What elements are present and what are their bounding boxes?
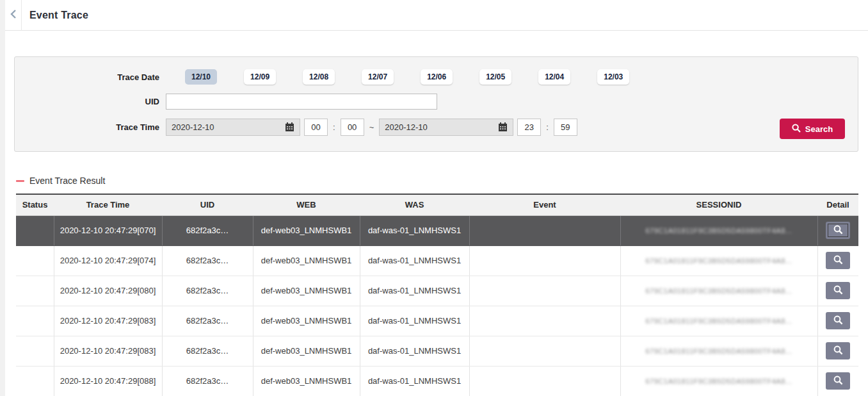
detail-button[interactable] bbox=[826, 252, 850, 269]
cell-was: daf-was-01_LNMHSWS1 bbox=[360, 245, 469, 276]
cell-was: daf-was-01_LNMHSWS1 bbox=[360, 366, 469, 396]
search-button-label: Search bbox=[805, 124, 833, 134]
detail-button[interactable] bbox=[826, 372, 850, 390]
end-date-picker[interactable]: 2020-12-10 bbox=[379, 119, 513, 136]
cell-event bbox=[469, 276, 620, 306]
sessionid-blurred-text: 679C1A01811F9C3B5D5DA59800TF4A8... bbox=[646, 287, 792, 295]
magnifier-icon bbox=[833, 345, 843, 357]
cell-status bbox=[16, 306, 54, 336]
search-button[interactable]: Search bbox=[780, 119, 845, 139]
table-row[interactable]: 2020-12-10 20:47:29[074] 682f2a3c… def-w… bbox=[16, 245, 858, 276]
cell-uid: 682f2a3c… bbox=[162, 306, 253, 336]
cell-trace-time: 2020-12-10 20:47:29[080] bbox=[54, 276, 162, 306]
start-hour-input[interactable] bbox=[304, 119, 328, 136]
column-header: UID bbox=[162, 194, 253, 215]
trace-date-chip[interactable]: 12/07 bbox=[362, 69, 394, 85]
detail-button[interactable] bbox=[826, 282, 850, 299]
start-date-picker[interactable]: 2020-12-10 bbox=[166, 119, 300, 136]
trace-time-label: Trace Time bbox=[15, 122, 159, 132]
table-row[interactable]: 2020-12-10 20:47:29[083] 682f2a3c… def-w… bbox=[16, 306, 858, 336]
sessionid-blurred-text: 679C1A01811F9C3B5D5DA59800TF4A8... bbox=[646, 227, 792, 235]
table-row[interactable]: 2020-12-10 20:47:29[088] 682f2a3c… def-w… bbox=[16, 366, 858, 396]
page-title: Event Trace bbox=[29, 10, 88, 21]
trace-date-chip[interactable]: 12/04 bbox=[538, 69, 570, 85]
table-row[interactable]: 2020-12-10 20:47:29[080] 682f2a3c… def-w… bbox=[16, 276, 858, 306]
start-date-value: 2020-12-10 bbox=[172, 122, 214, 132]
cell-detail bbox=[817, 336, 858, 366]
column-header: Detail bbox=[817, 194, 858, 215]
cell-detail bbox=[817, 245, 858, 276]
section-dash-icon bbox=[16, 180, 24, 182]
search-icon bbox=[792, 124, 801, 135]
cell-detail bbox=[817, 215, 858, 245]
trace-date-row: Trace Date 12/1012/0912/0812/0712/0612/0… bbox=[15, 69, 858, 85]
trace-time-group: 2020-12-10 : ~ 2020-12-10 : bbox=[166, 119, 577, 136]
cell-trace-time: 2020-12-10 20:47:29[083] bbox=[54, 306, 162, 336]
start-minute-input[interactable] bbox=[341, 119, 364, 136]
cell-trace-time: 2020-12-10 20:47:29[070] bbox=[54, 215, 162, 245]
end-minute-input[interactable] bbox=[554, 119, 577, 136]
column-header: WAS bbox=[360, 194, 469, 215]
back-button[interactable] bbox=[5, 0, 22, 31]
trace-date-chip[interactable]: 12/06 bbox=[421, 69, 453, 85]
magnifier-icon bbox=[833, 225, 843, 236]
table-header: StatusTrace TimeUIDWEBWASEventSESSIONIDD… bbox=[16, 194, 858, 215]
cell-status bbox=[16, 245, 54, 276]
cell-sessionid: 679C1A01811F9C3B5D5DA59800TF4A8... bbox=[620, 245, 817, 276]
cell-web: def-web03_LNMHSWB1 bbox=[253, 276, 360, 306]
uid-row: UID bbox=[15, 94, 858, 110]
cell-sessionid: 679C1A01811F9C3B5D5DA59800TF4A8... bbox=[620, 306, 817, 336]
calendar-icon bbox=[498, 122, 508, 132]
column-header: Event bbox=[469, 194, 620, 215]
cell-uid: 682f2a3c… bbox=[162, 336, 253, 366]
detail-button[interactable] bbox=[826, 312, 850, 329]
cell-uid: 682f2a3c… bbox=[162, 245, 253, 276]
trace-date-chip[interactable]: 12/05 bbox=[479, 69, 511, 85]
result-section-title: Event Trace Result bbox=[29, 176, 105, 186]
result-section-header: Event Trace Result bbox=[16, 176, 105, 186]
table-body: 2020-12-10 20:47:29[070] 682f2a3c… def-w… bbox=[16, 215, 858, 396]
range-separator: ~ bbox=[368, 122, 376, 132]
cell-detail bbox=[817, 366, 858, 396]
colon-separator: : bbox=[332, 122, 337, 132]
magnifier-icon bbox=[833, 285, 843, 297]
cell-web: def-web03_LNMHSWB1 bbox=[253, 366, 360, 396]
cell-uid: 682f2a3c… bbox=[162, 276, 253, 306]
end-hour-input[interactable] bbox=[517, 119, 541, 136]
trace-date-chip[interactable]: 12/09 bbox=[244, 69, 276, 85]
table-row[interactable]: 2020-12-10 20:47:29[083] 682f2a3c… def-w… bbox=[16, 336, 858, 366]
cell-event bbox=[469, 306, 620, 336]
trace-date-chip[interactable]: 12/10 bbox=[185, 69, 217, 85]
cell-uid: 682f2a3c… bbox=[162, 366, 253, 396]
magnifier-icon bbox=[833, 315, 843, 327]
cell-web: def-web03_LNMHSWB1 bbox=[253, 245, 360, 276]
cell-event bbox=[469, 215, 620, 245]
trace-date-chip[interactable]: 12/03 bbox=[597, 69, 629, 85]
column-header: Trace Time bbox=[54, 194, 162, 215]
sessionid-blurred-text: 679C1A01811F9C3B5D5DA59800TF4A8... bbox=[646, 377, 792, 385]
left-gutter bbox=[0, 0, 5, 396]
trace-time-row: Trace Time 2020-12-10 : ~ 2020-12-10 bbox=[15, 119, 858, 136]
chevron-left-icon bbox=[10, 10, 16, 21]
trace-date-chip[interactable]: 12/08 bbox=[303, 69, 335, 85]
uid-input[interactable] bbox=[166, 94, 437, 110]
calendar-icon bbox=[285, 122, 294, 132]
detail-button[interactable] bbox=[826, 222, 850, 239]
column-header: WEB bbox=[253, 194, 360, 215]
cell-was: daf-was-01_LNMHSWS1 bbox=[360, 276, 469, 306]
event-trace-page: Event Trace Trace Date 12/1012/0912/0812… bbox=[0, 0, 868, 396]
cell-status bbox=[16, 215, 54, 245]
cell-web: def-web03_LNMHSWB1 bbox=[253, 306, 360, 336]
cell-trace-time: 2020-12-10 20:47:29[083] bbox=[54, 336, 162, 366]
cell-web: def-web03_LNMHSWB1 bbox=[253, 336, 360, 366]
trace-date-label: Trace Date bbox=[15, 72, 159, 82]
page-header: Event Trace bbox=[5, 0, 868, 31]
cell-was: daf-was-01_LNMHSWS1 bbox=[360, 336, 469, 366]
colon-separator: : bbox=[545, 122, 550, 132]
detail-button[interactable] bbox=[826, 342, 850, 359]
cell-sessionid: 679C1A01811F9C3B5D5DA59800TF4A8... bbox=[620, 366, 817, 396]
cell-detail bbox=[817, 306, 858, 336]
table-row[interactable]: 2020-12-10 20:47:29[070] 682f2a3c… def-w… bbox=[16, 215, 858, 245]
cell-status bbox=[16, 336, 54, 366]
cell-event bbox=[469, 245, 620, 276]
